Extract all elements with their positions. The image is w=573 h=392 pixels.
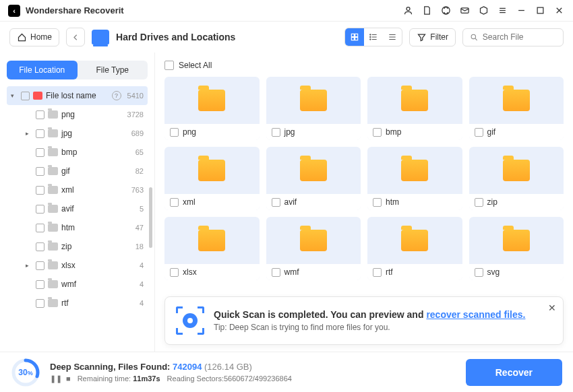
view-mode-group [344, 28, 402, 46]
minimize-icon[interactable] [515, 5, 527, 17]
folder-card-xlsx[interactable]: xlsx [164, 217, 260, 280]
select-all-checkbox[interactable] [164, 61, 174, 70]
checkbox[interactable] [272, 268, 280, 277]
recover-files-link[interactable]: recover scanned files. [426, 309, 525, 320]
filter-label: Filter [430, 32, 448, 42]
chevron-right-icon[interactable]: ▸ [26, 130, 32, 137]
filter-button[interactable]: Filter [409, 28, 456, 46]
mail-icon[interactable] [458, 5, 471, 17]
tree-item-gif[interactable]: gif82 [7, 162, 148, 181]
tree-item-count: 3728 [127, 110, 144, 119]
scrollbar[interactable] [149, 187, 152, 248]
close-icon[interactable] [553, 5, 565, 17]
checkbox[interactable] [475, 268, 483, 277]
search-input[interactable] [483, 32, 556, 42]
tree-item-xml[interactable]: xml763 [7, 181, 148, 199]
tree-item-count: 689 [131, 129, 144, 137]
folder-card-jpg[interactable]: jpg [266, 77, 361, 140]
view-list-button[interactable] [364, 28, 383, 46]
tree-item-wmf[interactable]: wmf4 [7, 275, 148, 294]
checkbox[interactable] [373, 268, 382, 277]
tab-file-location[interactable]: File Location [7, 61, 78, 79]
view-details-button[interactable] [383, 28, 402, 46]
folder-card-avif[interactable]: avif [266, 147, 361, 210]
package-icon[interactable] [477, 5, 489, 17]
folder-icon [503, 230, 530, 251]
tree-item-count: 5 [140, 205, 144, 213]
checkbox[interactable] [36, 148, 44, 157]
folder-card-bmp[interactable]: bmp [367, 77, 462, 140]
search-box[interactable] [462, 28, 564, 46]
folder-card-label: xml [183, 197, 195, 207]
checkbox[interactable] [36, 110, 44, 119]
folder-card-png[interactable]: png [164, 77, 260, 140]
tree-item-label: rtf [61, 298, 136, 308]
checkbox[interactable] [36, 299, 44, 308]
pause-button[interactable]: ❚❚ [50, 374, 62, 383]
chevron-down-icon[interactable]: ▾ [11, 92, 18, 99]
document-icon[interactable] [421, 5, 433, 17]
tree-item-bmp[interactable]: bmp65 [7, 143, 148, 162]
tab-file-type[interactable]: File Type [78, 61, 148, 79]
sidebar-tabs: File Location File Type [7, 61, 148, 79]
tree-item-rtf[interactable]: rtf4 [7, 294, 148, 313]
tree-item-xlsx[interactable]: ▸xlsx4 [7, 256, 148, 275]
folder-card-gif[interactable]: gif [469, 77, 564, 140]
tree-item-avif[interactable]: avif5 [7, 199, 148, 218]
account-icon[interactable] [402, 5, 414, 17]
banner-close-button[interactable]: ✕ [548, 302, 556, 313]
folder-icon [48, 261, 58, 269]
recover-button[interactable]: Recover [466, 359, 562, 386]
stop-button[interactable]: ■ [66, 374, 71, 383]
checkbox[interactable] [272, 198, 280, 207]
folder-card-label: zip [487, 197, 497, 207]
folder-card-wmf[interactable]: wmf [266, 217, 361, 280]
checkbox[interactable] [36, 280, 44, 289]
checkbox[interactable] [272, 128, 280, 137]
checkbox[interactable] [36, 261, 44, 270]
menu-icon[interactable] [496, 5, 508, 17]
tree-item-zip[interactable]: zip18 [7, 237, 148, 256]
tree-item-count: 4 [140, 280, 144, 288]
checkbox[interactable] [36, 129, 44, 138]
home-button[interactable]: Home [9, 28, 59, 46]
help-icon[interactable]: ? [112, 91, 121, 100]
checkbox[interactable] [475, 128, 483, 137]
checkbox[interactable] [36, 242, 44, 251]
filter-icon [417, 32, 427, 42]
tree-item-jpg[interactable]: ▸jpg689 [7, 124, 148, 143]
folder-card-svg[interactable]: svg [469, 217, 564, 280]
files-found-count: 742094 [173, 362, 202, 372]
folder-card-zip[interactable]: zip [469, 147, 564, 210]
checkbox[interactable] [21, 92, 30, 100]
tree-root[interactable]: ▾ File lost name ? 5410 [7, 86, 148, 105]
checkbox[interactable] [373, 198, 382, 207]
view-grid-button[interactable] [345, 28, 364, 46]
folder-card-label: gif [487, 127, 496, 137]
checkbox[interactable] [36, 167, 44, 176]
footer: 30% Deep Scanning, Files Found: 742094 (… [0, 352, 573, 392]
select-all-row[interactable]: Select All [164, 61, 564, 70]
checkbox[interactable] [170, 128, 179, 137]
chevron-right-icon[interactable]: ▸ [26, 262, 32, 269]
checkbox[interactable] [36, 186, 44, 195]
folder-icon [300, 230, 327, 251]
folder-icon [48, 110, 58, 119]
tree-item-png[interactable]: png3728 [7, 105, 148, 124]
folder-icon [300, 160, 327, 181]
tree-item-htm[interactable]: htm47 [7, 218, 148, 237]
tree-item-label: xml [61, 185, 128, 195]
folder-card-htm[interactable]: htm [367, 147, 462, 210]
folder-card-xml[interactable]: xml [164, 147, 260, 210]
checkbox[interactable] [36, 224, 44, 232]
svg-rect-13 [355, 38, 358, 40]
checkbox[interactable] [36, 205, 44, 214]
checkbox[interactable] [170, 268, 179, 277]
back-button[interactable] [66, 28, 85, 46]
checkbox[interactable] [373, 128, 382, 137]
support-icon[interactable] [440, 5, 452, 17]
folder-card-rtf[interactable]: rtf [367, 217, 462, 280]
maximize-icon[interactable] [534, 5, 546, 17]
checkbox[interactable] [475, 198, 483, 207]
checkbox[interactable] [170, 198, 179, 207]
